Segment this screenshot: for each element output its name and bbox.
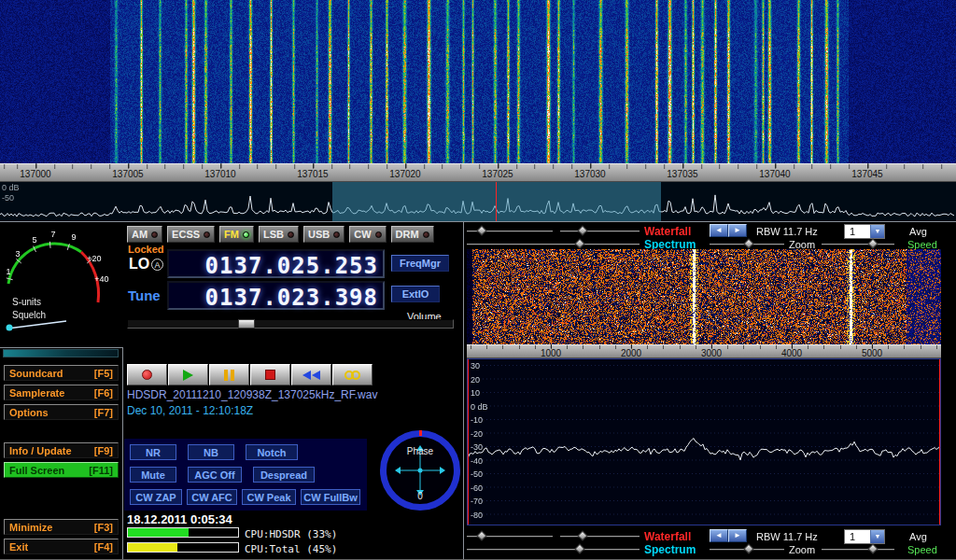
cw-fullbw-button[interactable]: CW FullBw — [301, 489, 360, 505]
slider-track[interactable] — [560, 536, 640, 537]
waterfall-tab[interactable]: Waterfall — [644, 530, 691, 543]
chevron-down-icon[interactable]: ▼ — [870, 530, 884, 543]
button-label: Samplerate — [9, 387, 64, 399]
mode-ecss[interactable]: ECSS — [167, 226, 215, 243]
notch-button[interactable]: Notch — [246, 444, 298, 460]
af-frequency-scale[interactable]: 1000 2000 3000 4000 5000 — [467, 344, 941, 358]
lo-label: LO — [129, 256, 149, 273]
slider-track[interactable] — [467, 549, 640, 550]
cw-peak-button[interactable]: CW Peak — [242, 489, 296, 505]
stop-button[interactable] — [250, 364, 290, 385]
svg-text:+40: +40 — [94, 274, 108, 284]
main-frequency-scale[interactable]: 137000 137005 137010 137015 137020 13702… — [0, 163, 956, 182]
rewind-button[interactable] — [291, 364, 331, 385]
db-scale-label: 30 — [471, 361, 480, 371]
avg-combo-value: 1 — [845, 225, 870, 238]
db-scale-label: -50 — [471, 469, 483, 479]
chevron-down-icon[interactable]: ▼ — [870, 225, 884, 238]
pause-button[interactable] — [209, 364, 249, 385]
loop-button[interactable] — [332, 364, 373, 385]
slider-handle[interactable] — [476, 225, 486, 235]
avg-combo[interactable]: 1 ▼ — [844, 529, 885, 544]
zoom-slider-handle[interactable] — [743, 543, 753, 553]
button-label: Full Screen — [9, 465, 64, 476]
zoom-slider-handle[interactable] — [743, 238, 753, 248]
samplerate-button[interactable]: Samplerate[F6] — [4, 385, 119, 400]
af-spectrum-display[interactable]: 30 20 10 0 dB -10 -20 -30 -40 -50 -60 -7… — [467, 358, 941, 525]
recording-date: Dec 10, 2011 - 12:10:18Z — [127, 404, 253, 417]
hotkey-label: [F9] — [94, 445, 113, 456]
volume-slider-handle[interactable] — [238, 319, 255, 329]
mode-cw[interactable]: CW — [349, 226, 386, 243]
volume-slider[interactable] — [127, 319, 454, 329]
agc-off-button[interactable]: AGC Off — [188, 467, 242, 483]
cw-zap-button[interactable]: CW ZAP — [130, 489, 182, 505]
play-button[interactable] — [168, 364, 208, 385]
button-label: Info / Update — [9, 445, 72, 456]
record-button[interactable] — [127, 364, 167, 385]
mode-am[interactable]: AM — [127, 226, 162, 243]
slider-handle[interactable] — [574, 543, 584, 553]
db-scale-label: -60 — [471, 483, 483, 493]
scroll-right-icon[interactable]: ► — [728, 224, 747, 237]
slider-handle[interactable] — [476, 530, 486, 540]
cw-afc-button[interactable]: CW AFC — [187, 489, 237, 505]
tune-frequency-display[interactable]: 0137.023.398 — [167, 281, 385, 310]
dsp-panel: NR NB Notch Mute AGC Off Despread CW ZAP… — [124, 439, 367, 511]
exit-button[interactable]: Exit[F4] — [4, 539, 119, 554]
scroll-right-icon[interactable]: ► — [728, 529, 747, 542]
db-scale-label: -20 — [471, 429, 483, 439]
mode-led-icon — [204, 231, 210, 238]
s-units-label: S-units — [12, 297, 41, 307]
speed-slider-handle[interactable] — [867, 238, 878, 248]
lo-lock-badge[interactable]: A — [151, 259, 163, 271]
overview-spectrum[interactable]: 0 dB -50 — [0, 182, 956, 221]
svg-text:+20: +20 — [87, 254, 101, 263]
mode-drm[interactable]: DRM — [391, 226, 434, 243]
af-waterfall-display[interactable] — [467, 249, 941, 344]
soundcard-button[interactable]: Soundcard[F5] — [4, 365, 119, 381]
avg-combo[interactable]: 1 ▼ — [844, 224, 885, 239]
mode-led-icon — [333, 231, 340, 238]
freq-scale-label: 137010 — [204, 169, 235, 179]
svg-text:7: 7 — [50, 230, 55, 239]
mode-fm[interactable]: FM — [219, 226, 254, 243]
freqmgr-button[interactable]: FreqMgr — [391, 255, 449, 272]
cpu-hdsdr-bar — [127, 527, 239, 538]
lo-frequency-display[interactable]: 0137.025.253 — [167, 249, 385, 278]
mode-lsb[interactable]: LSB — [259, 226, 299, 243]
mute-button[interactable]: Mute — [130, 467, 176, 483]
scroll-left-icon[interactable]: ◄ — [710, 529, 728, 542]
hotkey-label: [F4] — [94, 541, 113, 553]
squelch-slider[interactable] — [3, 349, 119, 357]
zoom-selection-band[interactable] — [332, 182, 661, 221]
extio-button[interactable]: ExtIO — [391, 286, 440, 302]
spectrum-tab[interactable]: Spectrum — [644, 543, 696, 556]
stop-icon — [265, 370, 275, 380]
slider-track[interactable] — [467, 244, 640, 245]
main-waterfall-display[interactable] — [0, 0, 956, 163]
waterfall-tab[interactable]: Waterfall — [644, 225, 691, 238]
speed-slider-handle[interactable] — [867, 543, 878, 553]
slider-handle[interactable] — [577, 225, 587, 235]
slider-track[interactable] — [560, 231, 640, 231]
slider-handle[interactable] — [574, 238, 584, 248]
speed-slider-track[interactable] — [822, 549, 894, 550]
mode-usb[interactable]: USB — [303, 226, 344, 243]
nb-button[interactable]: NB — [188, 444, 234, 460]
phase-indicator[interactable]: Phase 0 — [380, 430, 460, 511]
squelch-label: Squelch — [12, 310, 46, 320]
rbw-label: RBW 11.7 Hz — [756, 531, 818, 542]
despread-button[interactable]: Despread — [253, 467, 315, 483]
info-update-button[interactable]: Info / Update[F9] — [4, 442, 119, 458]
fullscreen-button[interactable]: Full Screen[F11] — [4, 462, 119, 478]
minimize-button[interactable]: Minimize[F3] — [4, 519, 119, 535]
speed-slider-track[interactable] — [822, 244, 894, 245]
freq-scale-label: 137025 — [482, 169, 513, 179]
slider-handle[interactable] — [577, 530, 587, 540]
scroll-left-icon[interactable]: ◄ — [710, 224, 728, 237]
nr-button[interactable]: NR — [130, 444, 176, 460]
options-button[interactable]: Options[F7] — [4, 404, 119, 420]
button-label: Soundcard — [9, 368, 63, 379]
mode-label: ECSS — [172, 229, 200, 240]
